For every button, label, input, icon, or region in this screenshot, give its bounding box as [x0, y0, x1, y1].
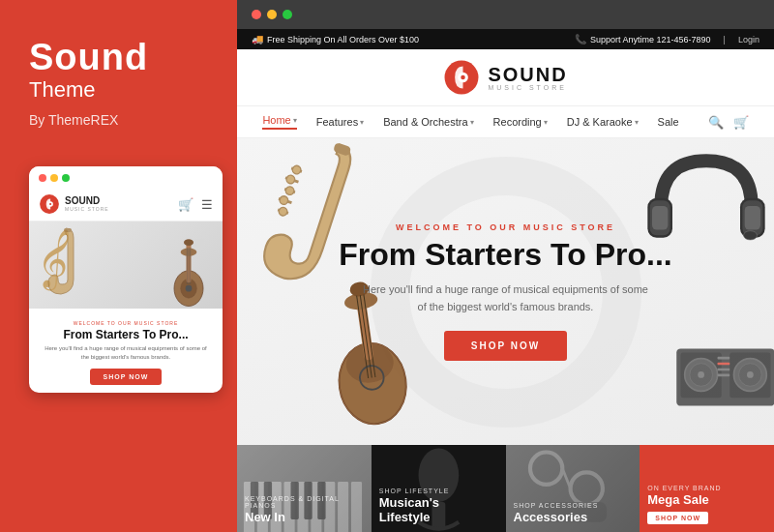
- card-piano-label: Keyboards & Digital Pianos: [245, 495, 364, 509]
- site-logo-main: SOUND: [488, 65, 567, 84]
- mobile-guitar-svg: [164, 236, 213, 309]
- theme-subtitle: Theme: [29, 77, 208, 103]
- mobile-logo-area: SOUND MUSIC STORE: [39, 193, 109, 215]
- card-sale-btn[interactable]: SHOP NOW: [647, 512, 708, 524]
- hero-welcome-text: WELCOME TO OUR MUSIC STORE: [396, 222, 615, 232]
- search-icon[interactable]: 🔍: [708, 115, 724, 130]
- card-accessories-title: Accessories: [514, 511, 599, 524]
- nav-sale-label: Sale: [658, 116, 679, 128]
- svg-point-2: [49, 203, 51, 205]
- mobile-logo-icon: [39, 193, 60, 215]
- mobile-logo-sub: MUSIC STORE: [65, 206, 109, 212]
- mobile-menu-icon[interactable]: ☰: [201, 197, 213, 212]
- nav-utility-icons: 🔍 🛒: [708, 115, 749, 130]
- right-panel: 🚚 Free Shipping On All Orders Over $100 …: [237, 0, 774, 532]
- card-sale-label: On Every Brand: [647, 485, 721, 491]
- nav-item-recording[interactable]: Recording ▾: [493, 116, 548, 128]
- mobile-mockup: SOUND MUSIC STORE 🛒 ☰ 𝄞: [29, 166, 223, 393]
- site-logo-tagline: MUSIC STORE: [488, 84, 567, 91]
- nav-home-arrow: ▾: [293, 116, 297, 125]
- dot-green: [62, 174, 70, 182]
- nav-recording-arrow: ▾: [544, 118, 548, 127]
- mobile-nav-icons: 🛒 ☰: [178, 197, 213, 212]
- card-piano-text: Keyboards & Digital Pianos New In: [245, 495, 364, 524]
- bottom-cards: Keyboards & Digital Pianos New In Shop L…: [237, 445, 774, 532]
- dot-red: [39, 174, 46, 182]
- svg-point-12: [186, 285, 193, 292]
- nav-recording-label: Recording: [493, 116, 542, 128]
- site-logo-icon: [443, 59, 480, 96]
- card-accessories-label: Shop Accessories: [514, 502, 599, 509]
- card-sale-text: On Every Brand Mega Sale SHOP NOW: [647, 485, 721, 524]
- card-lifestyle-label: Shop Lifestyle: [379, 488, 450, 494]
- mobile-hero-bg: 𝄞: [29, 222, 223, 309]
- nav-home-label: Home: [262, 114, 290, 126]
- svg-point-15: [461, 75, 466, 80]
- nav-item-dj[interactable]: DJ & Karaoke ▾: [567, 116, 639, 128]
- left-panel: Sound Theme By ThemeREX SO: [0, 0, 237, 532]
- theme-by: By ThemeREX: [29, 112, 208, 128]
- card-accessories-text: Shop Accessories Accessories: [514, 502, 599, 524]
- mobile-shop-button[interactable]: SHOP NOW: [90, 369, 163, 385]
- card-lifestyle-title: Musican'sLifestyle: [379, 496, 450, 524]
- nav-dj-arrow: ▾: [635, 118, 639, 127]
- card-piano-title: New In: [245, 511, 364, 524]
- announcement-bar: 🚚 Free Shipping On All Orders Over $100 …: [237, 29, 774, 49]
- browser-dot-close[interactable]: [252, 10, 261, 19]
- hero-content: WELCOME TO OUR MUSIC STORE From Starters…: [237, 138, 774, 445]
- nav-item-features[interactable]: Features ▾: [316, 116, 364, 128]
- mobile-hero-title: From Starters To Pro...: [37, 328, 215, 341]
- nav-features-label: Features: [316, 116, 358, 128]
- browser-dot-minimize[interactable]: [267, 10, 277, 19]
- phone-icon: 📞: [575, 34, 586, 44]
- mobile-cart-icon[interactable]: 🛒: [178, 197, 194, 212]
- announce-login-link[interactable]: Login: [738, 35, 759, 44]
- svg-rect-3: [64, 228, 72, 232]
- announce-shipping-text: Free Shipping On All Orders Over $100: [267, 35, 419, 44]
- svg-point-8: [184, 239, 194, 246]
- mobile-welcome-text: WELCOME TO OUR MUSIC STORE: [37, 312, 215, 328]
- theme-title: Sound: [29, 39, 208, 75]
- hero-section: WELCOME TO OUR MUSIC STORE From Starters…: [237, 138, 774, 445]
- announce-support: 📞 Support Anytime 121-456-7890 | Login: [575, 34, 759, 44]
- truck-icon: 🚚: [252, 34, 263, 44]
- dot-yellow: [50, 174, 58, 182]
- announce-support-text: Support Anytime 121-456-7890: [590, 35, 711, 44]
- mobile-header: SOUND MUSIC STORE 🛒 ☰: [29, 190, 223, 222]
- site-logo-text-block: SOUND MUSIC STORE: [488, 65, 567, 91]
- mobile-hero-desc: Here you'll find a huge range of musical…: [37, 341, 215, 364]
- mobile-hero-image: 𝄞: [29, 222, 223, 309]
- hero-shop-button[interactable]: SHOP NOW: [444, 331, 567, 361]
- nav-features-arrow: ▾: [360, 118, 364, 127]
- website-frame: 🚚 Free Shipping On All Orders Over $100 …: [237, 29, 774, 532]
- browser-dot-maximize[interactable]: [283, 10, 292, 19]
- card-lifestyle[interactable]: Shop Lifestyle Musican'sLifestyle: [372, 445, 506, 532]
- site-navigation: Home ▾ Features ▾ Band & Orchestra ▾ Rec…: [237, 106, 774, 138]
- nav-band-arrow: ▾: [470, 118, 474, 127]
- nav-band-label: Band & Orchestra: [383, 116, 467, 128]
- announce-divider: |: [724, 35, 726, 44]
- site-logo-area: SOUND MUSIC STORE: [443, 59, 567, 96]
- card-sale[interactable]: On Every Brand Mega Sale SHOP NOW: [640, 445, 774, 532]
- site-header: SOUND MUSIC STORE: [237, 49, 774, 106]
- nav-item-sale[interactable]: Sale: [658, 116, 679, 128]
- mobile-content: WELCOME TO OUR MUSIC STORE From Starters…: [29, 309, 223, 385]
- hero-description: Here you'll find a huge range of musical…: [363, 281, 648, 315]
- card-lifestyle-text: Shop Lifestyle Musican'sLifestyle: [379, 488, 450, 524]
- card-piano[interactable]: Keyboards & Digital Pianos New In: [237, 445, 372, 532]
- nav-item-home[interactable]: Home ▾: [262, 114, 296, 130]
- card-accessories[interactable]: Shop Accessories Accessories: [506, 445, 640, 532]
- hero-main-title: From Starters To Pro...: [339, 238, 671, 272]
- cart-icon[interactable]: 🛒: [733, 115, 749, 130]
- browser-chrome: [237, 0, 774, 29]
- mobile-dots: [39, 174, 70, 182]
- announce-shipping: 🚚 Free Shipping On All Orders Over $100: [252, 34, 419, 44]
- mobile-top-bar: [29, 166, 223, 190]
- nav-item-band[interactable]: Band & Orchestra ▾: [383, 116, 473, 128]
- nav-dj-label: DJ & Karaoke: [567, 116, 633, 128]
- mobile-logo-main: SOUND: [65, 196, 109, 206]
- mobile-logo-text-block: SOUND MUSIC STORE: [65, 196, 109, 212]
- card-sale-title: Mega Sale: [647, 493, 721, 507]
- mobile-sax-svg: [37, 226, 85, 304]
